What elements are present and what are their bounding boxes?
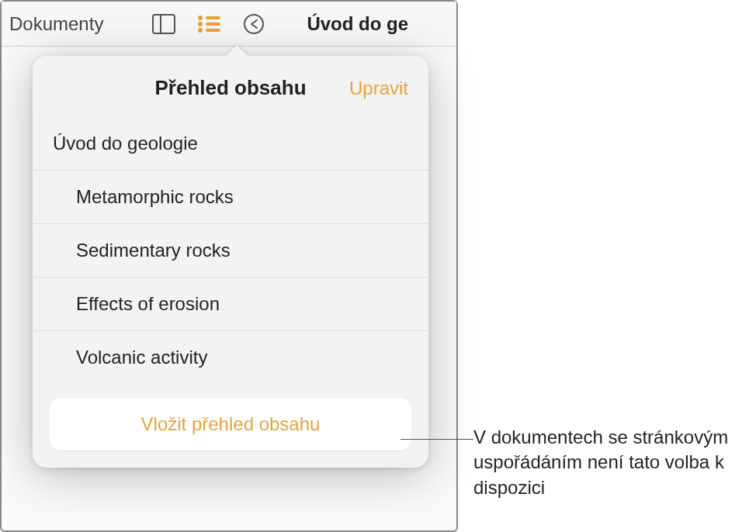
svg-point-6 [198, 28, 203, 33]
app-window: Dokumenty Úvod do ge [0, 0, 458, 532]
insert-toc-button[interactable]: Vložit přehled obsahu [50, 398, 411, 451]
svg-point-4 [198, 22, 203, 26]
toc-popover: Přehled obsahu Upravit Úvod do geologie … [33, 56, 428, 468]
toolbar: Dokumenty Úvod do ge [2, 2, 456, 47]
sidebar-toggle-icon[interactable] [148, 9, 179, 40]
callout-text: V dokumentech se stránkovým uspořádáním … [473, 425, 753, 500]
toc-item[interactable]: Úvod do geologie [33, 117, 428, 171]
toc-item[interactable]: Effects of erosion [33, 278, 428, 331]
document-title: Úvod do ge [307, 13, 408, 35]
toc-item[interactable]: Metamorphic rocks [33, 171, 428, 224]
toc-item[interactable]: Volcanic activity [33, 331, 428, 384]
edit-button[interactable]: Upravit [349, 78, 408, 99]
svg-rect-7 [206, 29, 220, 32]
toc-list-icon[interactable] [193, 9, 224, 40]
svg-point-8 [244, 15, 263, 33]
svg-rect-0 [153, 15, 175, 33]
undo-icon[interactable] [238, 9, 269, 40]
toc-list: Úvod do geologie Metamorphic rocks Sedim… [33, 117, 428, 384]
popover-title: Přehled obsahu [154, 76, 306, 100]
popover-header: Přehled obsahu Upravit [33, 56, 428, 117]
svg-point-2 [198, 16, 203, 20]
svg-rect-5 [206, 22, 220, 26]
toc-item[interactable]: Sedimentary rocks [33, 224, 428, 278]
documents-back-button[interactable]: Dokumenty [9, 13, 103, 35]
callout-leader-line [401, 439, 473, 440]
svg-rect-3 [206, 16, 220, 19]
